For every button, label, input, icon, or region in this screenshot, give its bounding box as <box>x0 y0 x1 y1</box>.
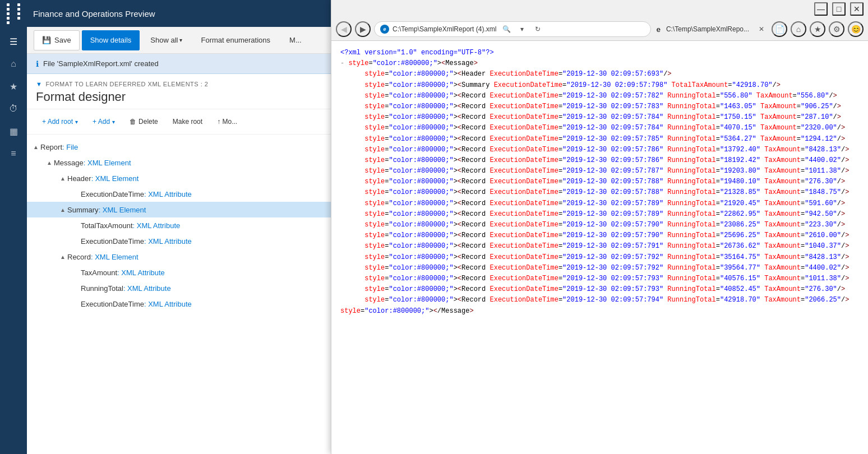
sidebar-icon-clock[interactable]: ⏱ <box>3 99 24 119</box>
format-enumerations-button[interactable]: Format enumerations <box>193 30 279 50</box>
add-root-button[interactable]: + Add root ▾ <box>36 114 84 129</box>
make-root-button[interactable]: Make root <box>167 114 209 129</box>
tree-node-name: ExecutionDateTime <box>81 237 144 245</box>
save-icon: 💾 <box>42 36 51 44</box>
tree-node-type: : XML Element <box>99 206 146 214</box>
address-field[interactable]: e C:\Temp\SampleXmlReport (4).xml 🔍 ▾ ↻ <box>374 27 651 37</box>
browser-chrome: — □ ✕ ◀ ▶ e C:\Temp\SampleXmlReport (4).… <box>331 27 868 41</box>
tree-node-type: : XML Element <box>91 253 138 261</box>
sidebar-icon-hamburger[interactable]: ☰ <box>3 31 24 52</box>
xml-line: style="color:#800000;"></Message> <box>340 306 859 317</box>
xml-line: style="color:#800000;"><Record Execution… <box>340 230 859 241</box>
tab-close-icon[interactable]: ✕ <box>755 27 768 36</box>
xml-line: style="color:#800000;"><Record Execution… <box>340 220 859 230</box>
address-actions: 🔍 ▾ ↻ <box>500 27 544 36</box>
sidebar-icon-star[interactable]: ★ <box>3 76 24 96</box>
xml-line: style="color:#800000;"><Record Execution… <box>340 263 859 274</box>
xml-line: style="color:#800000;"><Record Execution… <box>340 198 859 209</box>
xml-line: style="color:#800000;"><Record Execution… <box>340 241 859 252</box>
add-root-arrow: ▾ <box>75 119 78 125</box>
tree-node-type: : XML Attribute <box>117 268 165 277</box>
more-button[interactable]: M... <box>281 30 310 50</box>
tree-node-type: : XML Element <box>84 159 131 167</box>
add-arrow: ▾ <box>112 119 115 125</box>
address-short-text: C:\Temp\SampleXmlRepo... <box>666 27 749 33</box>
xml-declaration: <?xml version="1.0" encoding="UTF-8"?> <box>340 48 859 58</box>
app-layout: ☰ ⌂ ★ ⏱ ▦ ≡ 💾 Save Show details Show all… <box>0 27 868 454</box>
tree-node-type: : File <box>62 143 78 151</box>
ie-icon-2: e <box>657 27 661 34</box>
save-button[interactable]: 💾 Save <box>34 30 80 50</box>
move-button[interactable]: ↑ Mo... <box>211 114 243 129</box>
tree-node-type: : XML Attribute <box>133 221 181 230</box>
notification-text: File 'SampleXmlReport.xml' created <box>43 59 159 68</box>
xml-line: style="color:#800000;"><Record Execution… <box>340 155 859 166</box>
tree-arrow: ▲ <box>58 254 67 260</box>
tree-node-name: TaxAmount <box>81 268 117 277</box>
xml-line: style="color:#800000;"><Summary Executio… <box>340 80 859 91</box>
xml-line: style="color:#800000;"><Record Execution… <box>340 209 859 220</box>
info-icon: ℹ <box>36 59 39 68</box>
sidebar-icon-calendar[interactable]: ▦ <box>3 121 24 141</box>
tree-node-name: Summary <box>67 206 99 214</box>
tree-node-name: Header <box>67 174 91 183</box>
show-all-button[interactable]: Show all ▾ <box>142 30 190 50</box>
xml-line: style="color:#800000;"><Record Execution… <box>340 112 859 123</box>
xml-line: style="color:#800000;"><Record Execution… <box>340 145 859 155</box>
browser-star-button[interactable]: ★ <box>810 27 825 37</box>
xml-line: style="color:#800000;"><Record Execution… <box>340 274 859 284</box>
tree-node-name: Record <box>67 253 91 261</box>
address-text: C:\Temp\SampleXmlReport (4).xml <box>393 27 496 33</box>
ie-icon: e <box>380 27 389 34</box>
tree-node-name: Report <box>40 143 62 151</box>
xml-line: style="color:#800000;"><Record Execution… <box>340 134 859 145</box>
browser-addressbar: ◀ ▶ e C:\Temp\SampleXmlReport (4).xml 🔍 … <box>331 27 868 40</box>
tree-node-type: : XML Attribute <box>144 237 192 245</box>
xml-line: style="color:#800000;"><Record Execution… <box>340 295 859 305</box>
tree-node-name: TotalTaxAmount <box>81 221 133 230</box>
browser-smiley-button[interactable]: 😊 <box>848 27 864 37</box>
xml-line: style="color:#800000;"><Record Execution… <box>340 252 859 263</box>
add-button[interactable]: + Add ▾ <box>86 114 121 129</box>
app-grid-icon[interactable] <box>7 3 26 24</box>
xml-line: style="color:#800000;"><Record Execution… <box>340 101 859 112</box>
xml-line: style="color:#800000;"><Record Execution… <box>340 123 859 133</box>
delete-button[interactable]: 🗑 Delete <box>123 114 164 129</box>
sidebar: ☰ ⌂ ★ ⏱ ▦ ≡ <box>0 27 27 454</box>
forward-button[interactable]: ▶ <box>355 27 371 37</box>
address-dropdown-icon[interactable]: ▾ <box>515 27 529 36</box>
tree-arrow: ▲ <box>58 207 67 213</box>
tree-node-name: RunningTotal <box>81 284 123 293</box>
show-details-button[interactable]: Show details <box>82 30 140 50</box>
home-browser-button[interactable]: ⌂ <box>791 27 806 37</box>
xml-line: style="color:#800000;"><Record Execution… <box>340 91 859 101</box>
address-search-icon[interactable]: 🔍 <box>500 27 513 36</box>
browser-window: — □ ✕ ◀ ▶ e C:\Temp\SampleXmlReport (4).… <box>331 27 868 454</box>
xml-line: style="color:#800000;"><Record Execution… <box>340 166 859 177</box>
tree-arrow: ▲ <box>31 144 40 150</box>
tree-node-type: : XML Attribute <box>144 300 192 308</box>
tree-node-name: ExecutionDateTime <box>81 190 144 198</box>
xml-line: style="color:#800000;"><Record Execution… <box>340 177 859 187</box>
tree-node-type: : XML Element <box>91 174 139 183</box>
tree-arrow: ▲ <box>58 175 67 182</box>
xml-line: style="color:#800000;"><Record Execution… <box>340 284 859 295</box>
back-button[interactable]: ◀ <box>336 27 352 37</box>
show-all-dropdown-arrow: ▾ <box>179 37 182 43</box>
browser-settings-button[interactable]: ⚙ <box>829 27 844 37</box>
delete-icon: 🗑 <box>130 118 136 126</box>
sidebar-icon-home[interactable]: ⌂ <box>3 54 24 74</box>
new-page-button[interactable]: 📄 <box>772 27 787 37</box>
xml-line: style="color:#800000;"><Record Execution… <box>340 187 859 198</box>
sidebar-icon-list[interactable]: ≡ <box>3 143 24 164</box>
xml-content: <?xml version="1.0" encoding="UTF-8"?>- … <box>331 41 868 454</box>
tree-node-type: : XML Attribute <box>144 190 192 198</box>
tree-arrow: ▲ <box>45 160 54 166</box>
refresh-icon[interactable]: ↻ <box>531 27 544 36</box>
tree-node-name: ExecutionDateTime <box>81 300 144 308</box>
xml-line: style="color:#800000;"><Header Execution… <box>340 69 859 80</box>
tree-node-type: : XML Attribute <box>123 284 171 293</box>
tree-node-name: Message <box>54 159 84 167</box>
filter-icon: ▼ <box>36 81 42 87</box>
xml-line: - style="color:#800000;"><Message> <box>340 58 859 69</box>
